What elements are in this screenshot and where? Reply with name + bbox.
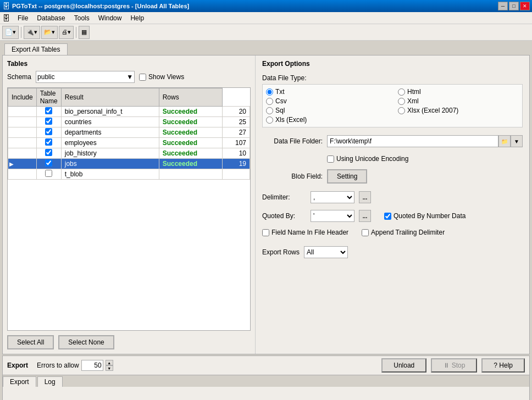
row-count: 20 [223, 107, 250, 117]
row-arrow [8, 138, 37, 148]
row-result [159, 169, 222, 180]
errors-label: Errors to allow [37, 362, 79, 369]
close-button[interactable]: ✕ [520, 2, 530, 10]
toolbar-open-btn[interactable]: 📂▾ [41, 26, 58, 39]
radio-html[interactable] [398, 88, 405, 96]
setting-button[interactable]: Setting [327, 169, 367, 184]
stop-button[interactable]: ⏸ Stop [431, 358, 477, 373]
app-icon: 🗄 [2, 2, 10, 10]
row-result: Succeeded [159, 138, 222, 148]
table-row[interactable]: t_blob [8, 169, 250, 180]
row-checkbox[interactable] [45, 138, 52, 146]
radio-sql-label: Sql [275, 107, 285, 114]
folder-label: Data File Folder: [262, 137, 323, 145]
radio-csv[interactable] [266, 98, 273, 105]
toolbar: 📄▾ 🔌▾ 📂▾ 🖨▾ ▦ [0, 24, 532, 41]
radio-xml[interactable] [398, 98, 405, 105]
radio-txt[interactable] [266, 88, 273, 96]
table-row[interactable]: bio_personal_info_tSucceeded20 [8, 107, 250, 117]
append-trailing-label: Append Trailing Delimiter [371, 229, 445, 236]
blob-field-label: Blob Field: [262, 173, 323, 180]
radio-xlsx[interactable] [398, 107, 405, 114]
table-row[interactable]: ▶jobsSucceeded19 [8, 159, 250, 169]
folder-row: Data File Folder: 📁 ▼ [262, 135, 523, 147]
folder-dropdown-button[interactable]: ▼ [511, 135, 523, 147]
row-checkbox[interactable] [45, 128, 52, 135]
row-count [223, 169, 250, 180]
schema-select-container[interactable]: public ▼ [36, 71, 135, 83]
select-buttons-row: Select All Select None [7, 335, 251, 349]
tables-title: Tables [7, 60, 251, 68]
row-checkbox-cell [36, 127, 61, 138]
menu-tools[interactable]: Tools [70, 13, 94, 23]
menu-file[interactable]: File [13, 13, 32, 23]
row-checkbox[interactable] [45, 159, 52, 166]
right-panel: Export Options Data File Type: Txt Html … [256, 55, 529, 354]
table-row[interactable]: employeesSucceeded107 [8, 138, 250, 148]
toolbar-connect-btn[interactable]: 🔌▾ [24, 26, 40, 39]
toolbar-file-btn[interactable]: 📄▾ [2, 26, 19, 39]
row-checkbox[interactable] [45, 149, 52, 156]
tab-log[interactable]: Log [37, 376, 63, 387]
stop-label: Stop [452, 362, 465, 369]
field-name-header-checkbox[interactable] [262, 229, 269, 236]
help-button[interactable]: ? Help [481, 358, 525, 373]
row-count: 19 [223, 159, 250, 169]
menu-database[interactable]: Database [32, 13, 69, 23]
minimize-button[interactable]: ─ [498, 2, 508, 10]
schema-label: Schema [7, 73, 31, 81]
tab-export[interactable]: Export [3, 376, 36, 387]
quoted-by-number-row: Quoted By Number Data [384, 212, 465, 220]
spinner-down-button[interactable]: ▼ [106, 365, 113, 371]
quoted-by-number-checkbox[interactable] [384, 213, 391, 220]
maximize-button[interactable]: □ [509, 2, 519, 10]
file-type-options: Txt Html Csv Xml Sql [262, 84, 523, 127]
export-options-title: Export Options [262, 60, 523, 68]
row-checkbox[interactable] [45, 107, 52, 114]
row-result: Succeeded [159, 127, 222, 138]
show-views-label: Show Views [148, 73, 184, 81]
quoted-by-select[interactable]: ' [311, 210, 354, 222]
table-row[interactable]: job_historySucceeded10 [8, 148, 250, 159]
toolbar-print-btn[interactable]: 🖨▾ [59, 26, 74, 39]
radio-txt-label: Txt [275, 88, 285, 96]
unload-button[interactable]: Unload [381, 358, 426, 373]
radio-sql[interactable] [266, 107, 273, 114]
row-checkbox[interactable] [45, 170, 52, 177]
select-none-button[interactable]: Select None [58, 335, 114, 349]
append-trailing-checkbox[interactable] [362, 229, 369, 236]
row-table-name: employees [61, 138, 159, 148]
row-checkbox-cell [36, 159, 61, 169]
radio-xls[interactable] [266, 116, 273, 124]
export-rows-select[interactable]: All First N rows Where clause [304, 246, 348, 258]
table-row[interactable]: departmentsSucceeded27 [8, 127, 250, 138]
table-row[interactable]: countriesSucceeded25 [8, 117, 250, 127]
row-checkbox[interactable] [45, 118, 52, 125]
show-views-checkbox[interactable] [139, 74, 146, 81]
row-count: 107 [223, 138, 250, 148]
folder-input[interactable] [327, 135, 498, 147]
menu-window[interactable]: Window [94, 13, 126, 23]
radio-csv-row: Csv [266, 97, 387, 105]
col-result: Result [61, 88, 159, 107]
radio-html-label: Html [407, 88, 421, 96]
blob-field-row: Blob Field: Setting [262, 169, 523, 184]
unicode-checkbox[interactable] [327, 155, 334, 163]
export-rows-label: Export Rows [262, 248, 300, 256]
menu-help[interactable]: Help [126, 13, 148, 23]
spinner-up-button[interactable]: ▲ [106, 360, 113, 365]
select-all-button[interactable]: Select All [7, 335, 54, 349]
errors-input[interactable] [81, 360, 103, 371]
folder-browse-button[interactable]: 📁 [498, 135, 511, 147]
row-count: 10 [223, 148, 250, 159]
delimiter-dots-button[interactable]: ... [359, 191, 371, 203]
tables-container: Include Table Name Result Rows bio_perso… [7, 87, 251, 331]
tab-export-all-tables[interactable]: Export All Tables [4, 43, 68, 55]
delimiter-label: Delimiter: [262, 193, 306, 201]
delimiter-select[interactable]: , [311, 191, 354, 203]
quoted-by-dots-button[interactable]: ... [359, 210, 371, 222]
errors-row: Errors to allow ▲ ▼ [37, 360, 113, 371]
row-result: Succeeded [159, 148, 222, 159]
quoted-by-label: Quoted By: [262, 212, 306, 220]
toolbar-grid-btn[interactable]: ▦ [79, 26, 90, 39]
